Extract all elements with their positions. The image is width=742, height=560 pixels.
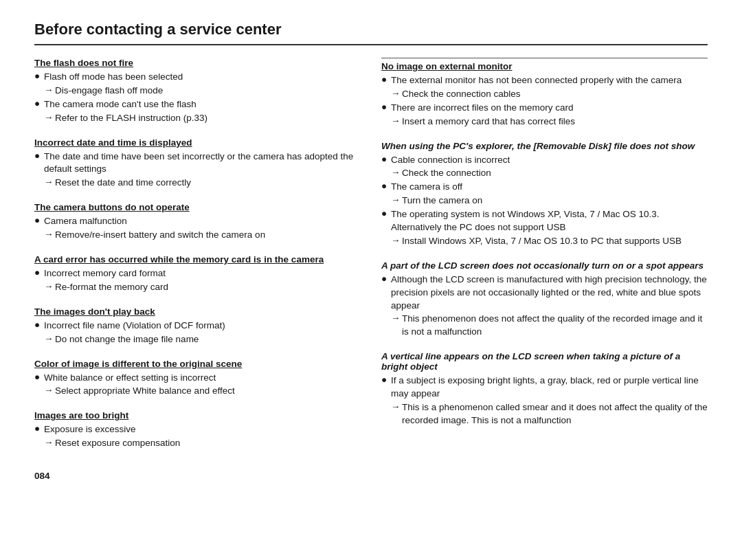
item-text: The camera mode can't use the flash — [44, 98, 361, 111]
list-item: → Install Windows XP, Vista, 7 / Mac OS … — [381, 235, 708, 248]
item-text: Do not change the image file name — [55, 333, 361, 346]
bullet-icon: ● — [381, 181, 391, 191]
list-item: → Reset the date and time correctly — [34, 177, 361, 190]
page-title: Before contacting a service center — [34, 21, 708, 45]
section-title-flash: The flash does not fire — [34, 58, 361, 68]
section-title-images-playback: The images don't play back — [34, 306, 361, 317]
list-item: → Reset exposure compensation — [34, 437, 361, 450]
bullet-icon: ● — [34, 71, 44, 81]
arrow-icon: → — [391, 313, 402, 323]
arrow-icon: → — [391, 115, 402, 126]
bullet-icon: ● — [381, 154, 391, 164]
section-title-color-different: Color of image is different to the origi… — [34, 359, 361, 369]
section-title-no-image: No image on external monitor — [381, 61, 708, 71]
list-item: → Turn the camera on — [381, 194, 708, 208]
item-text: Reset exposure compensation — [55, 437, 361, 450]
list-item: → Check the connection — [381, 167, 708, 180]
arrow-icon: → — [44, 85, 55, 95]
item-text: Check the connection cables — [402, 88, 708, 101]
item-text: Although the LCD screen is manufactured … — [391, 273, 708, 313]
bullet-icon: ● — [381, 208, 391, 219]
item-text: Re-format the memory card — [55, 281, 361, 294]
arrow-icon: → — [44, 281, 55, 291]
list-item: ● Exposure is excessive — [34, 423, 361, 436]
list-item: → Re-format the memory card — [34, 281, 361, 294]
section-images-playback: The images don't play back ● Incorrect f… — [34, 306, 361, 346]
list-item: ● The operating system is not Windows XP… — [381, 208, 708, 234]
item-text: Refer to the FLASH instruction (p.33) — [55, 112, 361, 125]
section-vertical-line: A vertical line appears on the LCD scree… — [381, 351, 708, 427]
item-text: Install Windows XP, Vista, 7 / Mac OS 10… — [402, 235, 708, 248]
section-flash: The flash does not fire ● Flash off mode… — [34, 58, 361, 125]
arrow-icon: → — [391, 235, 402, 245]
item-text: Turn the camera on — [402, 194, 708, 208]
bullet-icon: ● — [34, 150, 44, 161]
section-title-vertical-line: A vertical line appears on the LCD scree… — [381, 351, 708, 372]
bullet-icon: ● — [381, 273, 391, 284]
item-text: The date and time have been set incorrec… — [44, 150, 361, 177]
section-title-date-time: Incorrect date and time is displayed — [34, 137, 361, 148]
bullet-icon: ● — [381, 74, 391, 85]
item-text: The camera is off — [391, 181, 708, 194]
right-column: No image on external monitor ● The exter… — [381, 58, 708, 481]
item-text: The external monitor has not been connec… — [391, 74, 708, 87]
bullet-icon: ● — [34, 267, 44, 278]
item-text: This is a phenomenon called smear and it… — [402, 401, 708, 427]
item-text: Check the connection — [402, 167, 708, 180]
section-card-error: A card error has occurred while the memo… — [34, 254, 361, 294]
divider — [381, 58, 708, 58]
arrow-icon: → — [44, 437, 55, 447]
list-item: → Do not change the image file name — [34, 333, 361, 346]
list-item: ● The camera mode can't use the flash — [34, 98, 361, 111]
arrow-icon: → — [44, 229, 55, 239]
item-text: Incorrect memory card format — [44, 267, 361, 280]
bullet-icon: ● — [34, 215, 44, 225]
list-item: ● The date and time have been set incorr… — [34, 150, 361, 177]
item-text: The operating system is not Windows XP, … — [391, 208, 708, 234]
bullet-icon: ● — [381, 374, 391, 385]
section-date-time: Incorrect date and time is displayed ● T… — [34, 137, 361, 190]
list-item: ● Incorrect file name (Violation of DCF … — [34, 320, 361, 333]
list-item: → Dis-engage flash off mode — [34, 85, 361, 98]
left-column: The flash does not fire ● Flash off mode… — [34, 58, 361, 481]
list-item: ● Cable connection is incorrect — [381, 154, 708, 167]
item-text: This phenomenon does not affect the qual… — [402, 313, 708, 339]
section-removable-disk: When using the PC's explorer, the [Remov… — [381, 141, 708, 248]
bullet-icon: ● — [34, 423, 44, 434]
arrow-icon: → — [44, 177, 55, 187]
list-item: ● Camera malfunction — [34, 215, 361, 228]
list-item: → Remove/re-insert battery and switch th… — [34, 229, 361, 242]
list-item: → Refer to the FLASH instruction (p.33) — [34, 112, 361, 125]
arrow-icon: → — [391, 167, 402, 177]
list-item: ● There are incorrect files on the memor… — [381, 102, 708, 115]
list-item: ● Incorrect memory card format — [34, 267, 361, 280]
section-title-images-bright: Images are too bright — [34, 410, 361, 421]
list-item: ● The external monitor has not been conn… — [381, 74, 708, 87]
item-text: Select appropriate White balance and eff… — [55, 385, 361, 398]
arrow-icon: → — [391, 401, 402, 412]
section-camera-buttons: The camera buttons do not operate ● Came… — [34, 202, 361, 242]
item-text: Camera malfunction — [44, 215, 361, 228]
item-text: Dis-engage flash off mode — [55, 85, 361, 98]
section-images-bright: Images are too bright ● Exposure is exce… — [34, 410, 361, 450]
bullet-icon: ● — [34, 320, 44, 330]
section-no-image-monitor: No image on external monitor ● The exter… — [381, 58, 708, 128]
list-item: ● If a subject is exposing bright lights… — [381, 374, 708, 401]
list-item: → This phenomenon does not affect the qu… — [381, 313, 708, 339]
bullet-icon: ● — [34, 372, 44, 382]
list-item: → Insert a memory card that has correct … — [381, 115, 708, 128]
list-item: ● White balance or effect setting is inc… — [34, 372, 361, 385]
content-wrapper: The flash does not fire ● Flash off mode… — [34, 58, 708, 481]
item-text: Insert a memory card that has correct fi… — [402, 115, 708, 128]
item-text: Cable connection is incorrect — [391, 154, 708, 167]
item-text: Incorrect file name (Violation of DCF fo… — [44, 320, 361, 333]
section-title-camera-buttons: The camera buttons do not operate — [34, 202, 361, 212]
section-title-lcd-spot: A part of the LCD screen does not occasi… — [381, 260, 708, 271]
item-text: Flash off mode has been selected — [44, 71, 361, 84]
item-text: Reset the date and time correctly — [55, 177, 361, 190]
list-item: ● Although the LCD screen is manufacture… — [381, 273, 708, 313]
list-item: → Check the connection cables — [381, 88, 708, 101]
bullet-icon: ● — [34, 98, 44, 109]
item-text: Exposure is excessive — [44, 423, 361, 436]
list-item: → This is a phenomenon called smear and … — [381, 401, 708, 427]
